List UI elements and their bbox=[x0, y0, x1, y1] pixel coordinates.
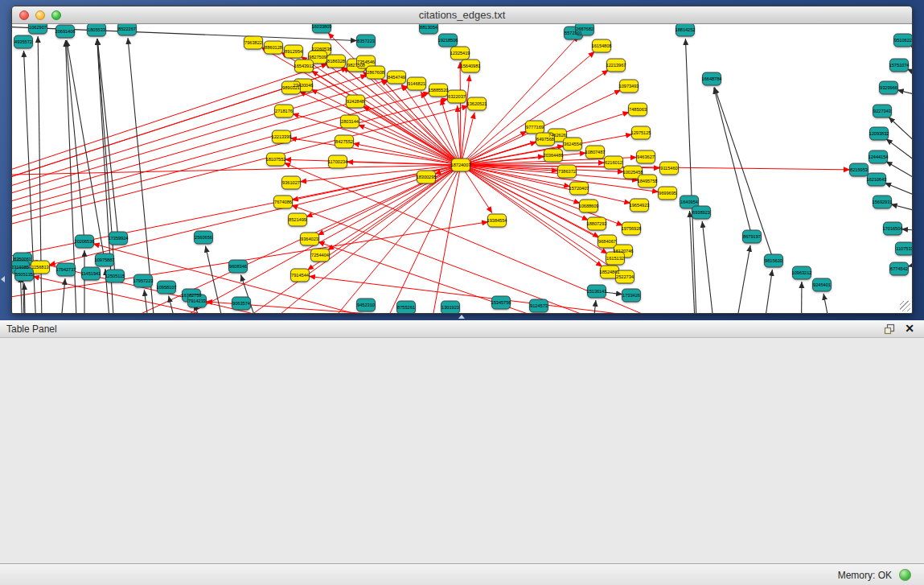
svg-text:10958107: 10958107 bbox=[157, 285, 177, 290]
svg-text:15692931: 15692931 bbox=[873, 200, 893, 204]
svg-text:7963822: 7963822 bbox=[244, 40, 262, 45]
svg-text:10963212: 10963212 bbox=[792, 270, 812, 275]
svg-text:8755261: 8755261 bbox=[397, 305, 415, 310]
table-panel: Table Panel ✕ bbox=[0, 320, 924, 563]
svg-text:4935572: 4935572 bbox=[14, 39, 32, 44]
svg-text:2718176: 2718176 bbox=[275, 109, 293, 113]
svg-text:16033809: 16033809 bbox=[312, 24, 332, 29]
svg-text:11451941: 11451941 bbox=[81, 271, 101, 276]
citation-network-graph[interactable]: 4935572206914061805533852226710629071603… bbox=[12, 24, 912, 313]
svg-text:12505115: 12505115 bbox=[105, 274, 125, 278]
svg-text:7354546: 7354546 bbox=[357, 60, 375, 64]
memory-status-label: Memory: OK bbox=[838, 570, 892, 581]
svg-text:8357223: 8357223 bbox=[357, 39, 375, 43]
svg-text:19218506: 19218506 bbox=[438, 38, 458, 43]
svg-text:15751074: 15751074 bbox=[889, 63, 910, 68]
svg-text:3319385: 3319385 bbox=[12, 265, 29, 270]
svg-text:9361027: 9361027 bbox=[282, 180, 300, 185]
svg-text:11700234: 11700234 bbox=[328, 159, 347, 164]
svg-text:9510622: 9510622 bbox=[894, 38, 912, 43]
svg-text:22260538: 22260538 bbox=[312, 47, 332, 51]
memory-status-icon[interactable] bbox=[899, 569, 911, 581]
network-window[interactable]: citations_edges.txt 49355722069140618055… bbox=[11, 6, 913, 314]
window-titlebar[interactable]: citations_edges.txt bbox=[12, 6, 912, 24]
svg-text:18807293: 18807293 bbox=[587, 221, 607, 226]
svg-text:2522734: 2522734 bbox=[616, 274, 634, 279]
left-panel-collapse-icon[interactable] bbox=[1, 276, 5, 282]
svg-text:7914233: 7914233 bbox=[188, 299, 206, 303]
svg-text:20206536: 20206536 bbox=[75, 239, 95, 244]
svg-text:8454749: 8454749 bbox=[388, 75, 405, 80]
svg-text:12093832: 12093832 bbox=[869, 131, 889, 136]
svg-text:7485063: 7485063 bbox=[629, 107, 647, 112]
svg-text:10975887: 10975887 bbox=[95, 257, 115, 262]
svg-text:8522267: 8522267 bbox=[118, 27, 136, 31]
svg-text:16782759: 16782759 bbox=[182, 293, 202, 298]
svg-text:20691406: 20691406 bbox=[55, 29, 76, 34]
svg-text:7386372: 7386372 bbox=[558, 169, 576, 174]
svg-text:9463627: 9463627 bbox=[637, 154, 655, 159]
close-panel-icon[interactable]: ✕ bbox=[905, 322, 914, 335]
svg-text:15136141: 15136141 bbox=[587, 289, 607, 294]
close-window-icon[interactable] bbox=[19, 10, 29, 20]
svg-text:13620521: 13620521 bbox=[467, 101, 487, 106]
window-title: citations_edges.txt bbox=[12, 6, 912, 23]
svg-text:9245401: 9245401 bbox=[813, 282, 831, 287]
svg-text:2687682: 2687682 bbox=[576, 27, 593, 31]
zoom-window-icon[interactable] bbox=[51, 10, 61, 20]
splitter-handle-icon[interactable] bbox=[458, 315, 465, 319]
svg-text:9608346: 9608346 bbox=[229, 264, 247, 269]
svg-text:17359924: 17359924 bbox=[109, 236, 129, 241]
svg-text:8350061: 8350061 bbox=[14, 257, 31, 262]
svg-text:12213399: 12213399 bbox=[272, 134, 292, 139]
svg-text:12444154: 12444154 bbox=[869, 154, 889, 159]
table-panel-header: Table Panel ✕ bbox=[0, 320, 924, 338]
svg-text:2560656: 2560656 bbox=[195, 235, 212, 240]
minimize-window-icon[interactable] bbox=[35, 10, 45, 20]
network-desktop: citations_edges.txt 49355722069140618055… bbox=[0, 0, 924, 320]
svg-text:1156813: 1156813 bbox=[31, 265, 48, 270]
table-panel-title: Table Panel bbox=[6, 323, 57, 335]
svg-text:8521499: 8521499 bbox=[289, 217, 306, 222]
svg-text:9890321: 9890321 bbox=[282, 85, 300, 90]
svg-text:9827509: 9827509 bbox=[309, 55, 326, 60]
svg-text:9364023: 9364023 bbox=[301, 237, 318, 241]
svg-text:9063574: 9063574 bbox=[232, 301, 250, 306]
svg-text:18300295: 18300295 bbox=[417, 175, 437, 179]
svg-text:15720407: 15720407 bbox=[569, 186, 589, 191]
svg-text:9242848: 9242848 bbox=[347, 99, 364, 104]
svg-text:16120746: 16120746 bbox=[614, 249, 634, 253]
svg-text:9699695: 9699695 bbox=[659, 191, 676, 196]
svg-text:9227343: 9227343 bbox=[873, 109, 891, 113]
svg-text:10807487: 10807487 bbox=[585, 150, 606, 154]
svg-text:16210643: 16210643 bbox=[867, 177, 887, 182]
svg-text:16154808: 16154808 bbox=[592, 43, 612, 48]
svg-text:18495758: 18495758 bbox=[638, 179, 658, 183]
svg-text:8215953: 8215953 bbox=[850, 167, 868, 172]
svg-text:9124573: 9124573 bbox=[530, 303, 548, 308]
window-resize-grip-icon[interactable] bbox=[900, 301, 910, 311]
svg-text:6497568: 6497568 bbox=[536, 137, 554, 142]
svg-text:20364486: 20364486 bbox=[544, 153, 564, 158]
svg-text:1615132: 1615132 bbox=[606, 256, 624, 261]
svg-text:17016504: 17016504 bbox=[883, 226, 903, 231]
svg-text:18814252: 18814252 bbox=[676, 27, 696, 32]
svg-text:7914544: 7914544 bbox=[291, 273, 309, 278]
svg-text:10688609: 10688609 bbox=[579, 204, 599, 208]
svg-text:19654923: 19654923 bbox=[630, 203, 650, 208]
svg-text:9452310: 9452310 bbox=[357, 303, 375, 307]
svg-text:16648784: 16648784 bbox=[702, 76, 722, 81]
svg-text:1107533: 1107533 bbox=[896, 246, 912, 251]
svg-text:1805533: 1805533 bbox=[88, 27, 105, 32]
svg-text:6322037: 6322037 bbox=[448, 94, 466, 99]
float-window-icon[interactable] bbox=[884, 323, 895, 338]
svg-text:8427552: 8427552 bbox=[335, 139, 353, 144]
svg-text:8186328: 8186328 bbox=[327, 59, 345, 64]
svg-text:12975125: 12975125 bbox=[631, 130, 651, 135]
svg-text:6216012: 6216012 bbox=[605, 160, 622, 165]
svg-text:6774542: 6774542 bbox=[890, 266, 908, 271]
network-canvas[interactable]: 4935572206914061805533852226710629071603… bbox=[12, 24, 912, 313]
svg-text:12213967: 12213967 bbox=[606, 63, 626, 68]
svg-text:17942737: 17942737 bbox=[56, 267, 76, 272]
svg-text:5505135: 5505135 bbox=[15, 272, 33, 277]
